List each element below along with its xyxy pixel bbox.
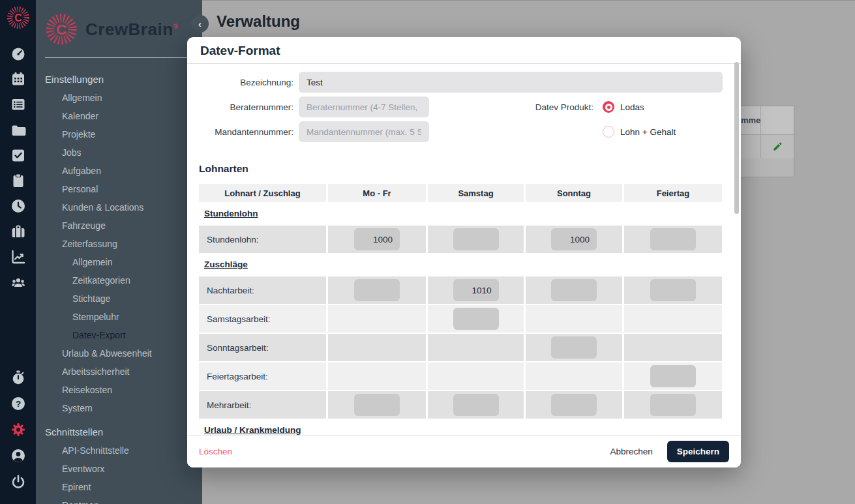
sidebar-section-einstellungen: Einstellungen [36,65,202,89]
sidebar-item-fahrzeuge[interactable]: Fahrzeuge [36,216,202,235]
sidebar-item-eventworx[interactable]: Eventworx [36,460,202,478]
sonntagsarbeit-sonntag-input[interactable] [551,336,597,359]
radio-lodas[interactable] [603,101,614,113]
settings-gear-icon[interactable] [10,422,26,437]
datev-produkt-group: Datev Produkt: Lodas Lohn + Gehalt [528,96,724,146]
column-header-samstag: Samstag [428,184,524,202]
sidebar-item-epirent[interactable]: Epirent [36,478,202,496]
svg-text:?: ? [15,399,20,409]
clipboard-icon[interactable] [10,173,26,188]
datev-produkt-label: Datev Produkt: [528,102,593,112]
sidebar-item-arbeitssicherheit[interactable]: Arbeitssicherheit [36,363,202,381]
calendar-icon[interactable] [10,71,26,87]
table-row-nachtarbeit: Nachtarbeit: [199,276,724,304]
mandantennummer-input[interactable] [299,121,429,142]
bezeichnung-input[interactable] [299,72,723,93]
modal-scrollbar[interactable] [734,62,739,214]
table-row-feiertagsarbeit: Feiertagsarbeit: [199,363,724,390]
crewbrain-burst-icon: C [44,12,79,47]
table-row-stundenlohn: Stundenlohn: [199,226,724,253]
svg-text:C: C [14,12,22,23]
sidebar-item-rentman[interactable]: Rentman [36,496,202,504]
mehrarbeit-feiertag-input[interactable] [650,394,696,416]
dashboard-icon[interactable] [10,46,26,61]
mehrarbeit-sonntag-input[interactable] [551,394,597,416]
lohnarten-table: Lohnart / Zuschlag Mo - Fr Samstag Sonnt… [199,184,724,435]
beraternummer-input[interactable] [299,96,429,117]
list-icon[interactable] [10,96,26,112]
mehrarbeit-samstag-input[interactable] [453,394,499,416]
sidebar-logo[interactable]: C CrewBrain® [36,0,202,55]
cancel-button[interactable]: Abbrechen [602,441,660,462]
sidebar-item-stichtage[interactable]: Stichtage [36,289,202,308]
nachtarbeit-mo-fr-input[interactable] [354,279,400,301]
row-label: Nachtarbeit: [199,276,326,304]
modal-title: Datev-Format [187,37,741,64]
power-icon[interactable] [10,474,26,490]
sidebar-item-system[interactable]: System [36,399,202,417]
sidebar-item-kunden-locations[interactable]: Kunden & Locations [36,198,202,216]
mehrarbeit-mo-fr-input[interactable] [354,394,400,416]
stopwatch-icon[interactable] [10,370,26,385]
radio-lohn-gehalt-label[interactable]: Lohn + Gehalt [620,127,676,137]
sidebar-item-urlaub-abwesenheit[interactable]: Urlaub & Abwesenheit [36,344,202,363]
stundenlohn-samstag-input[interactable] [453,228,499,250]
nachtarbeit-samstag-input[interactable] [453,279,499,301]
chart-line-icon[interactable] [10,249,26,265]
folder-icon[interactable] [10,122,26,138]
stundenlohn-sonntag-input[interactable] [551,228,597,250]
row-label: Stundenlohn: [199,226,326,253]
sidebar-item-personal[interactable]: Personal [36,180,202,198]
feiertagsarbeit-feiertag-input[interactable] [650,365,696,387]
datev-format-modal: Datev-Format Bezeichnung: Beraternummer:… [187,37,741,467]
sidebar-item-projekte[interactable]: Projekte [36,125,202,143]
sidebar-item-zeitkategorien[interactable]: Zeitkategorien [36,271,202,289]
sidebar-item-jobs[interactable]: Jobs [36,143,202,162]
sidebar-item-datev-export[interactable]: Datev-Export [36,326,202,344]
lohnarten-heading: Lohnarten [199,163,729,176]
user-icon[interactable] [10,448,26,464]
sidebar-item-zeiterfassung[interactable]: Zeiterfassung [36,235,202,253]
screen: C [0,0,855,504]
background-edit-cell [761,135,794,158]
sidebar-divider [45,57,193,58]
check-square-icon[interactable] [10,147,26,163]
background-table-fragment: mmer [740,106,794,177]
row-label: Feiertagsarbeit: [199,363,326,390]
sidebar-item-kalender[interactable]: Kalender [36,107,202,125]
sidebar-item-api-schnittstelle[interactable]: API-Schnittstelle [36,441,202,460]
table-row-mehrarbeit: Mehrarbeit: [199,391,724,419]
sidebar-item-allgemein[interactable]: Allgemein [36,89,202,107]
crewbrain-logo-icon[interactable]: C [6,5,31,33]
row-label: Sonntagsarbeit: [199,334,326,361]
nachtarbeit-feiertag-input[interactable] [650,279,696,301]
table-header-row: Lohnart / Zuschlag Mo - Fr Samstag Sonnt… [199,184,724,202]
stundenlohn-mo-fr-input[interactable] [354,228,400,250]
clock-icon[interactable] [10,198,26,214]
delete-button[interactable]: Löschen [199,447,232,456]
sidebar-item-reisekosten[interactable]: Reisekosten [36,381,202,399]
save-button[interactable]: Speichern [667,441,729,462]
sidebar-collapse-button[interactable]: ‹ [191,15,209,33]
sidebar-section-schnittstellen: Schnittstellen [36,417,202,441]
section-title-zuschlaege: Zuschläge [204,259,724,273]
briefcase-icon[interactable] [10,224,26,239]
sidebar-item-stempeluhr[interactable]: Stempeluhr [36,308,202,326]
users-icon[interactable] [10,274,26,290]
radio-lohn-gehalt[interactable] [603,126,614,138]
help-icon[interactable]: ? [10,396,26,411]
modal-footer: Löschen Abbrechen Speichern [187,435,741,467]
table-row-samstagsarbeit: Samstagsarbeit: [199,305,724,333]
radio-lodas-label[interactable]: Lodas [620,102,644,112]
nachtarbeit-sonntag-input[interactable] [551,279,597,301]
column-header-feiertag: Feiertag [624,184,722,202]
page-title: Verwaltung [217,12,300,31]
sidebar-item-zeiterfassung-allgemein[interactable]: Allgemein [36,253,202,271]
brand-name: CrewBrain® [85,20,178,40]
samstagsarbeit-samstag-input[interactable] [453,308,499,330]
section-title-stundenlohn: Stundenlohn [204,209,724,222]
stundenlohn-feiertag-input[interactable] [650,228,696,250]
pencil-icon [772,141,783,153]
sidebar-item-aufgaben[interactable]: Aufgaben [36,162,202,180]
table-row-sonntagsarbeit: Sonntagsarbeit: [199,334,724,361]
